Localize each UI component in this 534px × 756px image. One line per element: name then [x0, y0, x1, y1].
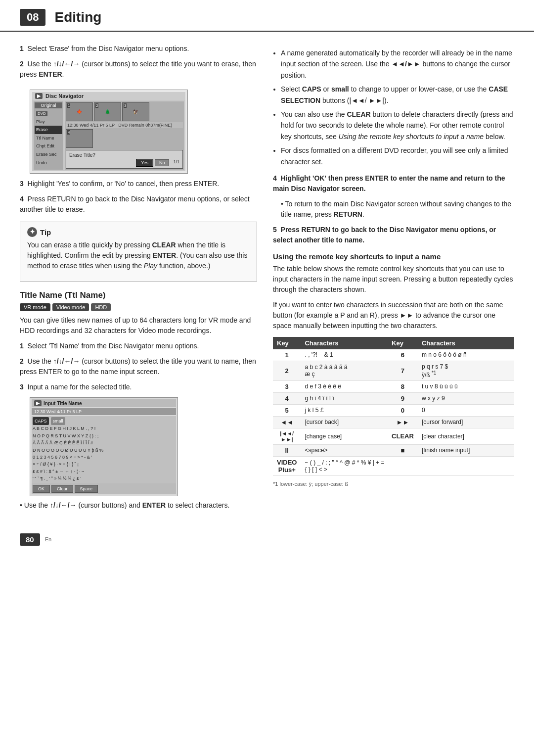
dialog-no[interactable]: No [155, 159, 170, 166]
char-row-3: À Â Ã Ä Å Æ Ç È É Ê Ë Ì Í Î Ï # [33, 439, 175, 446]
chars-3: d e f 3 è é ê ë [301, 380, 388, 392]
bullet-2: Select CAPS or small to change to upper … [281, 84, 514, 106]
key-6: 6 [388, 349, 418, 361]
step-4-text: Press RETURN to go back to the Disc Navi… [20, 195, 250, 213]
step-1-num: 1 [20, 45, 24, 52]
step-4: 4 Press RETURN to go back to the Disc Na… [20, 194, 257, 215]
th-key2: Key [388, 337, 418, 349]
ttl-step-1: 1 Select 'Ttl Name' from the Disc Naviga… [20, 341, 257, 351]
sidebar-undo: Undo [35, 159, 62, 167]
caps-row: CAPS small [33, 417, 175, 425]
step4-arrows: ↑/↓/←/→ [50, 501, 77, 509]
step-1: 1 Select 'Erase' from the Disc Navigator… [20, 44, 257, 54]
disc-nav-title: Disc Navigator [45, 93, 84, 99]
ttl-step-1-text: Select 'Ttl Name' from the Disc Navigato… [28, 342, 199, 350]
input-title-screen: ▶ Input Title Name 12:30 Wed 4/11 Pr 5 L… [30, 397, 178, 496]
chars-9: w x y z 9 [418, 392, 514, 404]
right-step5-text: Press RETURN to go back to the Disc Navi… [273, 226, 496, 244]
thumbnails-row2: 4 [66, 129, 183, 148]
key-5: 5 [273, 404, 301, 416]
left-column: 1 Select 'Erase' from the Disc Navigator… [20, 44, 257, 516]
th-chars2: Characters [418, 337, 514, 349]
ttl-step-3-text: Input a name for the selected title. [28, 383, 132, 391]
bullet-3: You can also use the CLEAR button to del… [281, 109, 514, 142]
sidebar-dvd: DVD [35, 109, 62, 118]
thumb-4: 4 [66, 129, 93, 148]
thumbnails: 1🍁 2🌲 3🦅 [66, 102, 183, 121]
key-back: ◄◄ [273, 416, 301, 428]
step-2-prefix: Use the [28, 60, 53, 68]
badge-video: Video mode [52, 303, 89, 311]
badge-hdd: HDD [91, 303, 111, 311]
table-row: ◄◄ [cursor back] ►► [cursor forward] [273, 416, 514, 428]
chars-fwd: [cursor forward] [418, 416, 514, 428]
step-2-arrows: ↑/↓/←/→ [53, 60, 80, 68]
sidebar-erasesec: Erase Sec [35, 150, 62, 159]
ok-button[interactable]: OK [33, 485, 50, 493]
thumb-2: 2🌲 [94, 102, 121, 121]
key-clear: CLEAR [388, 428, 418, 444]
right-column: A name generated automatically by the re… [273, 44, 514, 516]
bullet-1: A name generated automatically by the re… [281, 47, 514, 81]
tip-icon: ✦ [27, 227, 37, 237]
clear-button[interactable]: Clear [51, 485, 73, 493]
chars-stop: [finish name input] [418, 444, 514, 456]
step-3: 3 Highlight 'Yes' to confirm, or 'No' to… [20, 179, 257, 189]
input-screen-buttons: OK Clear Space [32, 483, 176, 494]
step-2-num: 2 [20, 60, 24, 68]
table-row: 4 g h i 4 î ì í ï 9 w x y z 9 [273, 392, 514, 404]
key-stop: ■ [388, 444, 418, 456]
remote-para2: If you want to enter two characters in s… [273, 300, 514, 331]
chars-videoplus: ~ ( ) _ / : ; " ° ^ @ # * % ¥ | + ={ } [… [301, 456, 514, 475]
caps-button[interactable]: CAPS [33, 417, 49, 425]
char-row-4: Ð Ñ Ò Ó Ô Õ Ö Ø Ù Ú Û Ü Ý þ ß % [33, 447, 175, 454]
sidebar-ttlname: Ttl Name [35, 134, 62, 142]
chapter-number: 08 [20, 9, 45, 26]
disc-nav-header: ▶ Disc Navigator [32, 92, 185, 100]
footnote: *1 lower-case: ÿ; upper-case: ß [273, 481, 514, 487]
sidebar-header: Original [35, 102, 62, 108]
chars-1: . , '?! – & 1 [301, 349, 388, 361]
table-row: II <space> ■ [finish name input] [273, 444, 514, 456]
table-row: 3 d e f 3 è é ê ë 8 t u v 8 ü ù ú û [273, 380, 514, 392]
space-button[interactable]: Space [75, 485, 98, 493]
dialog-yes[interactable]: Yes [136, 159, 153, 166]
key-videoplus: VIDEOPlus+ [273, 456, 301, 475]
char-row-8: ' " ` ¶ . ¸ ' ° » ¼ ½ ¾ ¿ £ ' [33, 475, 175, 482]
key-pause: II [273, 444, 301, 456]
table-row: 5 j k l 5 £ 0 0 [273, 404, 514, 416]
key-2: 2 [273, 361, 301, 380]
step-2: 2 Use the ↑/↓/←/→ (cursor buttons) to se… [20, 59, 257, 80]
table-row: 2 a b c 2 à á â ã äæ ç 7 p q r s 7 $ÿ/ß … [273, 361, 514, 380]
badge-vr: VR mode [20, 303, 50, 311]
chars-clear: [clear character] [418, 428, 514, 444]
tip-body: You can erase a title quickly by pressin… [27, 240, 250, 271]
tip-title: ✦ Tip [27, 227, 250, 237]
ttl-step-2-arrows: ↑/↓/←/→ [53, 357, 80, 365]
ttl-step-3: 3 Input a name for the selected title. [20, 382, 257, 392]
ttl-step-2: 2 Use the ↑/↓/←/→ (cursor buttons) to se… [20, 356, 257, 377]
ttl-step-4: • Use the ↑/↓/←/→ (cursor buttons) and E… [20, 500, 257, 511]
key-case: |◄◄/►►| [273, 428, 301, 444]
ttl-step-2-prefix: Use the [28, 357, 53, 365]
char-grid: CAPS small A B C D E F G H I J K L M . ,… [32, 416, 176, 483]
key-3: 3 [273, 380, 301, 392]
page: 08 Editing 1 Select 'Erase' from the Dis… [0, 0, 534, 554]
small-button[interactable]: small [51, 417, 65, 425]
chars-7: p q r s 7 $ÿ/ß *1 [418, 361, 514, 380]
chars-8: t u v 8 ü ù ú û [418, 380, 514, 392]
key-7: 7 [388, 361, 418, 380]
char-row-2: N O P Q R S T U V W X Y Z { } : ; [33, 432, 175, 439]
main-content: 1 Select 'Erase' from the Disc Navigator… [0, 44, 534, 516]
chars-4: g h i 4 î ì í ï [301, 392, 388, 404]
key-fwd: ►► [388, 416, 418, 428]
page-lang: En [45, 536, 51, 542]
disc-nav-info: 12:30 Wed 4/11 Pr 5 LP DVD Remain 0h37m(… [66, 122, 183, 128]
char-row-7: £ £ # \ : $ ° ± → ← ↑ - ¦ · ~ [33, 468, 175, 475]
page-header: 08 Editing [0, 0, 534, 32]
right-bullets: A name generated automatically by the re… [281, 47, 514, 167]
th-key1: Key [273, 337, 301, 349]
step-3-num: 3 [20, 180, 24, 188]
key-9: 9 [388, 392, 418, 404]
remote-intro: The table below shows the remote control… [273, 264, 514, 295]
